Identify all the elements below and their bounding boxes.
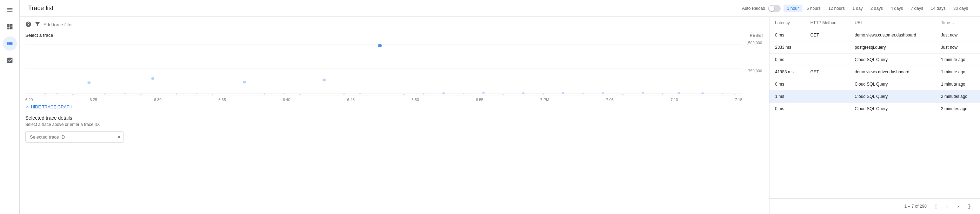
svg-point-13	[602, 92, 604, 94]
trace-details-title: Selected trace details	[25, 115, 764, 120]
col-url: URL	[849, 17, 935, 29]
cell-latency: 0 ms	[770, 54, 805, 66]
cell-method	[805, 54, 849, 66]
svg-point-30	[359, 93, 361, 94]
svg-point-32	[423, 94, 425, 95]
svg-point-19	[72, 94, 74, 95]
svg-point-37	[622, 94, 624, 95]
table-row[interactable]: 2333 ms postgresql.query Just now	[770, 41, 980, 54]
x-label-710: 7:10	[671, 98, 678, 102]
svg-point-26	[264, 94, 265, 95]
x-axis-labels: 6:20 6:25 6:30 6:35 6:40 6:45 6:50 6:55 …	[25, 97, 743, 102]
svg-point-25	[212, 94, 213, 95]
page-header: Trace list Auto Reload 1 hour 6 hours 12…	[20, 0, 980, 17]
help-icon[interactable]	[25, 21, 32, 29]
svg-point-12	[562, 92, 565, 94]
time-btn-4days[interactable]: 4 days	[887, 5, 906, 12]
time-btn-1day[interactable]: 1 day	[849, 5, 866, 12]
svg-point-18	[56, 93, 58, 94]
x-label-655: 6:55	[476, 98, 483, 102]
reset-button[interactable]: RESET	[750, 33, 764, 38]
page-title: Trace list	[28, 5, 53, 12]
graph-svg	[25, 41, 743, 97]
time-btn-6hours[interactable]: 6 hours	[803, 5, 824, 12]
graph-title: Select a trace	[25, 33, 53, 38]
sidebar-menu-icon[interactable]	[3, 3, 17, 17]
svg-point-20	[104, 94, 106, 95]
svg-point-21	[124, 93, 126, 94]
table-row[interactable]: 41983 ms GET demo.views.driver.dashboard…	[770, 66, 980, 78]
auto-reload-label: Auto Reload	[742, 6, 765, 11]
table-body: 0 ms GET demo.views.customer.dashboard J…	[770, 29, 980, 115]
svg-point-40	[734, 94, 735, 95]
cell-latency: 0 ms	[770, 103, 805, 115]
cell-url: Cloud SQL Query	[849, 103, 935, 115]
trace-details-section: Selected trace details Select a trace ab…	[25, 115, 764, 143]
auto-reload-toggle[interactable]	[768, 5, 781, 12]
trace-graph[interactable]: 1,500,000 750,000	[25, 41, 764, 97]
svg-point-35	[542, 94, 544, 95]
x-label-640: 6:40	[283, 98, 290, 102]
table-row[interactable]: 0 ms Cloud SQL Query 1 minute ago	[770, 78, 980, 90]
cell-time: Just now	[935, 29, 980, 41]
cell-time: 1 minute ago	[935, 54, 980, 66]
pagination: 1 – 7 of 290 ⟪ ‹ › ⟫	[770, 198, 980, 214]
hide-graph-label: HIDE TRACE GRAPH	[31, 105, 72, 109]
y-label-top: 1,500,000	[744, 41, 762, 45]
svg-point-17	[45, 94, 46, 95]
next-page-button[interactable]: ›	[953, 201, 963, 211]
graph-header: Select a trace RESET	[25, 33, 764, 38]
trace-id-input-wrapper: ×	[25, 131, 124, 143]
svg-point-14	[642, 92, 644, 94]
filter-input[interactable]	[43, 22, 764, 27]
svg-point-36	[582, 93, 584, 94]
y-axis-labels: 1,500,000 750,000	[743, 41, 764, 97]
cell-method	[805, 41, 849, 54]
cell-url: demo.views.customer.dashboard	[849, 29, 935, 41]
x-label-715: 7:15	[735, 98, 742, 102]
table-row[interactable]: 1 ms Cloud SQL Query 2 minutes ago	[770, 90, 980, 103]
sidebar-chart-icon[interactable]	[3, 53, 17, 67]
time-btn-12hours[interactable]: 12 hours	[825, 5, 848, 12]
time-btn-14days[interactable]: 14 days	[928, 5, 949, 12]
filter-bar	[25, 21, 764, 29]
time-btn-1hour[interactable]: 1 hour	[784, 5, 802, 12]
content-area: Select a trace RESET	[20, 17, 980, 214]
svg-point-4	[88, 81, 91, 84]
cell-method	[805, 90, 849, 103]
table-row[interactable]: 0 ms Cloud SQL Query 1 minute ago	[770, 54, 980, 66]
x-label-635: 6:35	[218, 98, 226, 102]
time-btn-2days[interactable]: 2 days	[867, 5, 886, 12]
svg-point-9	[442, 92, 445, 94]
first-page-button[interactable]: ⟪	[931, 201, 941, 211]
svg-point-27	[283, 93, 285, 94]
time-btn-7days[interactable]: 7 days	[907, 5, 927, 12]
last-page-button[interactable]: ⟫	[964, 201, 974, 211]
svg-point-33	[463, 93, 465, 94]
prev-page-button[interactable]: ‹	[942, 201, 952, 211]
trace-details-subtitle: Select a trace above or enter a trace ID…	[25, 122, 764, 127]
sidebar-dashboard-icon[interactable]	[3, 20, 17, 34]
cell-time: 2 minutes ago	[935, 103, 980, 115]
trace-id-input[interactable]	[25, 131, 124, 143]
svg-point-22	[140, 94, 142, 95]
main-content: Trace list Auto Reload 1 hour 6 hours 12…	[20, 0, 980, 214]
cell-time: Just now	[935, 41, 980, 54]
sidebar-list-icon[interactable]	[3, 36, 17, 51]
left-panel: Select a trace RESET	[20, 17, 770, 214]
filter-icon[interactable]	[34, 21, 41, 29]
cell-url: Cloud SQL Query	[849, 54, 935, 66]
trace-id-clear-button[interactable]: ×	[118, 134, 121, 140]
cell-latency: 0 ms	[770, 78, 805, 90]
col-time[interactable]: Time ↓	[935, 17, 980, 29]
time-btn-30days[interactable]: 30 days	[950, 5, 972, 12]
svg-point-16	[702, 92, 704, 94]
hide-graph-button[interactable]: HIDE TRACE GRAPH	[25, 105, 764, 109]
table-row[interactable]: 0 ms GET demo.views.customer.dashboard J…	[770, 29, 980, 41]
cell-time: 1 minute ago	[935, 66, 980, 78]
svg-point-39	[722, 93, 724, 94]
col-latency: Latency	[770, 17, 805, 29]
table-row[interactable]: 0 ms Cloud SQL Query 2 minutes ago	[770, 103, 980, 115]
cell-url: Cloud SQL Query	[849, 78, 935, 90]
right-panel: Latency HTTP Method URL Time ↓ 0 ms	[770, 17, 980, 214]
